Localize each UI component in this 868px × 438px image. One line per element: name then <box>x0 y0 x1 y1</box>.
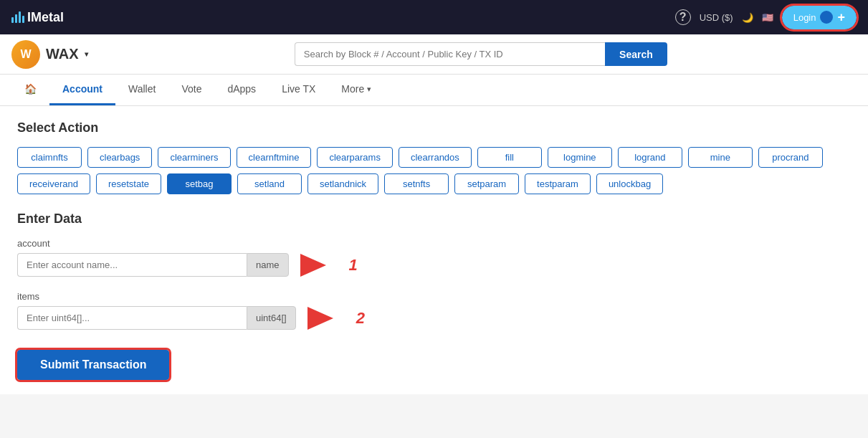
action-btn-clearparams[interactable]: clearparams <box>317 147 393 168</box>
action-btn-setlandnick[interactable]: setlandnick <box>307 173 378 194</box>
search-button[interactable]: Search <box>605 42 667 66</box>
search-input[interactable] <box>295 42 605 66</box>
search-area: Search <box>105 42 857 66</box>
help-icon[interactable]: ? <box>675 9 691 25</box>
action-btn-receiverand[interactable]: receiverand <box>17 173 90 194</box>
account-input[interactable] <box>17 253 247 277</box>
plus-icon: + <box>837 10 845 25</box>
tab-account[interactable]: Account <box>49 75 115 105</box>
wax-dropdown-icon: ▾ <box>85 50 88 58</box>
account-annotation: 1 <box>300 254 358 277</box>
top-navbar: IMetal ? USD ($) 🌙 🇺🇸 Login + <box>0 0 868 34</box>
flag-icon[interactable]: 🇺🇸 <box>762 12 773 23</box>
action-btn-clearrandos[interactable]: clearrandos <box>399 147 472 168</box>
select-action-title: Select Action <box>17 120 851 135</box>
enter-data-title: Enter Data <box>17 211 851 227</box>
items-input[interactable] <box>17 306 247 330</box>
navbar-right: ? USD ($) 🌙 🇺🇸 Login + <box>675 6 857 29</box>
action-grid: claimnftsclearbagsclearminersclearnftmin… <box>17 147 851 194</box>
tab-home[interactable]: 🏠 <box>11 75 49 105</box>
action-btn-setbag[interactable]: setbag <box>167 173 232 194</box>
brand-name: IMetal <box>27 10 64 25</box>
nav-tabs: 🏠 Account Wallet Vote dApps Live TX More… <box>0 75 868 106</box>
home-icon: 🏠 <box>24 83 37 95</box>
account-label: account <box>17 238 851 249</box>
red-arrow-1 <box>300 254 343 277</box>
secondary-navbar: W WAX ▾ Search <box>0 34 868 75</box>
action-btn-unlockbag[interactable]: unlockbag <box>596 173 663 194</box>
moon-icon[interactable]: 🌙 <box>742 12 753 23</box>
action-btn-clearnftmine[interactable]: clearnftmine <box>237 147 312 168</box>
items-annotation: 2 <box>307 307 365 330</box>
login-button[interactable]: Login + <box>782 6 857 29</box>
items-field-row: uint64[] 2 <box>17 306 851 330</box>
wax-logo: W <box>11 40 40 69</box>
currency-selector[interactable]: USD ($) <box>700 12 733 23</box>
action-btn-claimnfts[interactable]: claimnfts <box>17 147 82 168</box>
items-label: items <box>17 291 851 302</box>
action-btn-setnfts[interactable]: setnfts <box>384 173 449 194</box>
action-btn-testparam[interactable]: testparam <box>525 173 591 194</box>
globe-icon <box>820 11 833 24</box>
search-box: Search <box>295 42 667 66</box>
items-type-badge: uint64[] <box>247 306 296 330</box>
annotation-num-2: 2 <box>356 309 365 328</box>
action-btn-setland[interactable]: setland <box>237 173 302 194</box>
more-dropdown-icon: ▾ <box>367 85 371 94</box>
tab-vote[interactable]: Vote <box>168 75 214 105</box>
tab-more[interactable]: More ▾ <box>328 75 384 105</box>
items-field-group: items uint64[] 2 <box>17 291 851 330</box>
action-btn-clearbags[interactable]: clearbags <box>87 147 152 168</box>
brand-logo[interactable]: IMetal <box>11 10 64 25</box>
action-btn-mine[interactable]: mine <box>688 147 753 168</box>
submit-transaction-button[interactable]: Submit Transaction <box>17 350 169 380</box>
annotation-num-1: 1 <box>349 256 358 275</box>
bars-icon <box>11 11 24 23</box>
red-arrow-2 <box>307 307 350 330</box>
main-content: Select Action claimnftsclearbagsclearmin… <box>0 106 868 394</box>
enter-data-section: Enter Data account name 1 items uint64[] <box>17 211 851 380</box>
account-type-badge: name <box>247 253 289 277</box>
action-btn-setparam[interactable]: setparam <box>454 173 519 194</box>
account-field-group: account name 1 <box>17 238 851 277</box>
action-btn-procrand[interactable]: procrand <box>758 147 823 168</box>
wax-logo-area[interactable]: W WAX ▾ <box>11 40 88 69</box>
tab-dapps[interactable]: dApps <box>214 75 269 105</box>
tab-livetx[interactable]: Live TX <box>269 75 328 105</box>
action-btn-logrand[interactable]: logrand <box>618 147 682 168</box>
wax-brand-name: WAX <box>46 46 79 62</box>
action-btn-fill[interactable]: fill <box>477 147 542 168</box>
tab-wallet[interactable]: Wallet <box>115 75 168 105</box>
action-btn-resetstate[interactable]: resetstate <box>96 173 161 194</box>
action-btn-clearminers[interactable]: clearminers <box>158 147 230 168</box>
action-btn-logmine[interactable]: logmine <box>548 147 612 168</box>
account-field-row: name 1 <box>17 253 851 277</box>
